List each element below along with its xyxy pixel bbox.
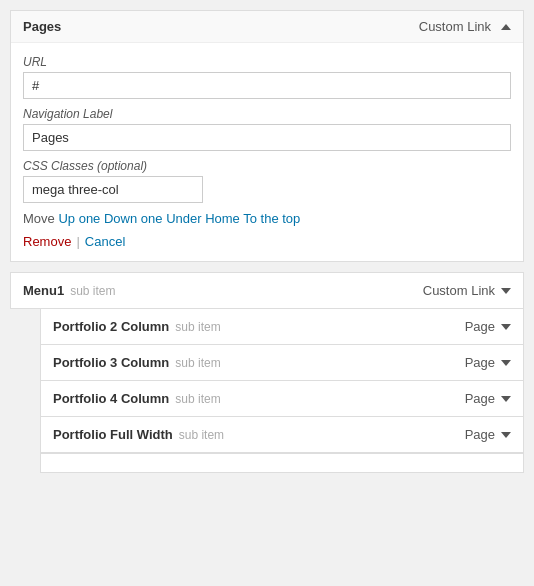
move-label: Move [23, 211, 55, 226]
sub-item-3-expand-icon[interactable] [501, 432, 511, 438]
sub-item-3-sub: sub item [179, 428, 224, 442]
move-up-one[interactable]: Up one [58, 211, 100, 226]
sub-item-3-type: Page [465, 427, 495, 442]
sub-item-2-type: Page [465, 391, 495, 406]
url-input[interactable] [23, 72, 511, 99]
separator: | [76, 234, 79, 249]
menu1-right: Custom Link [423, 283, 511, 298]
sub-item-3[interactable]: Portfolio Full Width sub item Page [40, 417, 524, 453]
move-row: Move Up one Down one Under Home To the t… [23, 211, 511, 226]
pages-card-body: URL Navigation Label CSS Classes (option… [11, 43, 523, 261]
nav-label-label: Navigation Label [23, 107, 511, 121]
custom-link-label: Custom Link [419, 19, 491, 34]
sub-item-3-left: Portfolio Full Width sub item [53, 427, 224, 442]
sub-item-1[interactable]: Portfolio 3 Column sub item Page [40, 345, 524, 381]
pages-card-header-right: Custom Link [419, 19, 511, 34]
menu1-type: Custom Link [423, 283, 495, 298]
menu1-item[interactable]: Menu1 sub item Custom Link [10, 272, 524, 309]
menu1-expand-icon[interactable] [501, 288, 511, 294]
sub-item-0-right: Page [465, 319, 511, 334]
collapse-icon[interactable] [501, 24, 511, 30]
css-input[interactable] [23, 176, 203, 203]
sub-item-2-sub: sub item [175, 392, 220, 406]
menu1-left: Menu1 sub item [23, 283, 116, 298]
sub-item-2-left: Portfolio 4 Column sub item [53, 391, 221, 406]
sub-item-1-right: Page [465, 355, 511, 370]
sub-item-2-name: Portfolio 4 Column [53, 391, 169, 406]
pages-card: Pages Custom Link URL Navigation Label C… [10, 10, 524, 262]
nav-label-field-group: Navigation Label [23, 107, 511, 151]
nav-label-input[interactable] [23, 124, 511, 151]
menu-items-group: Menu1 sub item Custom Link Portfolio 2 C… [10, 272, 524, 473]
sub-item-3-right: Page [465, 427, 511, 442]
sub-item-0-type: Page [465, 319, 495, 334]
move-under-home[interactable]: Under Home [166, 211, 240, 226]
sub-item-1-type: Page [465, 355, 495, 370]
sub-item-1-expand-icon[interactable] [501, 360, 511, 366]
menu1-sub-label: sub item [70, 284, 115, 298]
actions-row: Remove | Cancel [23, 234, 511, 249]
move-down-one[interactable]: Down one [104, 211, 163, 226]
sub-item-3-name: Portfolio Full Width [53, 427, 173, 442]
sub-item-0[interactable]: Portfolio 2 Column sub item Page [40, 309, 524, 345]
css-label: CSS Classes (optional) [23, 159, 511, 173]
sub-item-1-sub: sub item [175, 356, 220, 370]
partial-card [40, 453, 524, 473]
url-field-group: URL [23, 55, 511, 99]
sub-item-1-name: Portfolio 3 Column [53, 355, 169, 370]
sub-item-0-name: Portfolio 2 Column [53, 319, 169, 334]
cancel-link[interactable]: Cancel [85, 234, 125, 249]
menu1-name: Menu1 [23, 283, 64, 298]
remove-link[interactable]: Remove [23, 234, 71, 249]
sub-item-2-expand-icon[interactable] [501, 396, 511, 402]
sub-item-1-left: Portfolio 3 Column sub item [53, 355, 221, 370]
sub-item-2[interactable]: Portfolio 4 Column sub item Page [40, 381, 524, 417]
move-to-the-top[interactable]: To the top [243, 211, 300, 226]
pages-card-title: Pages [23, 19, 61, 34]
css-field-group: CSS Classes (optional) [23, 159, 511, 203]
sub-item-2-right: Page [465, 391, 511, 406]
sub-item-0-expand-icon[interactable] [501, 324, 511, 330]
sub-item-0-left: Portfolio 2 Column sub item [53, 319, 221, 334]
url-label: URL [23, 55, 511, 69]
pages-card-header: Pages Custom Link [11, 11, 523, 43]
sub-item-0-sub: sub item [175, 320, 220, 334]
